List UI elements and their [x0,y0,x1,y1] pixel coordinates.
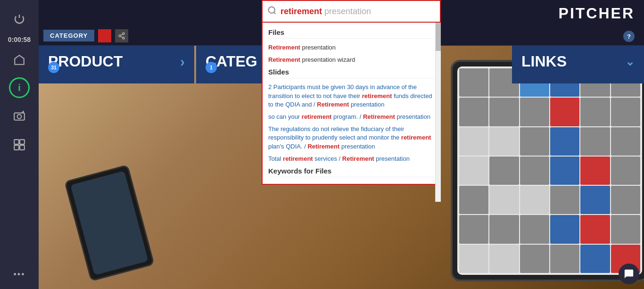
svg-line-11 [121,34,123,35]
svg-line-13 [274,12,276,14]
links-card-header: LINKS ⌄ [512,46,644,79]
camera-button[interactable] [8,104,31,127]
app-logo: PITCHER [559,5,635,22]
search-results: Files Retirement presentation Retirement… [262,23,441,185]
search-result-item[interactable]: Retirement presentation wizard [268,54,434,66]
search-icon [267,6,277,17]
search-scrollbar[interactable] [435,23,441,202]
search-normal: presentation [322,7,371,16]
svg-point-2 [17,115,22,119]
search-overlay: retirement presentation Files Retirement… [262,0,441,185]
search-box[interactable]: retirement presentation [262,0,441,23]
screens-button[interactable] [8,133,31,157]
help-button[interactable]: ? [623,31,635,42]
svg-point-7 [123,33,124,34]
svg-point-12 [269,7,275,13]
links-card-title[interactable]: LINKS ⌄ [512,46,644,75]
svg-point-9 [123,37,124,39]
search-result-item[interactable]: Retirement presentation [268,41,434,54]
scrollbar-thumb[interactable] [436,23,441,51]
red-square-button[interactable] [98,29,111,42]
timer-display: 0:00:58 [8,36,31,43]
product-card-title[interactable]: PRODUCT › [39,46,194,75]
category-badge: 1 [206,62,217,73]
svg-rect-6 [20,145,25,150]
search-highlight: retirement [281,7,322,16]
search-input[interactable]: retirement presentation [281,7,435,17]
section-keywords-title: Keywords for Files [268,167,434,177]
svg-point-8 [119,35,121,37]
more-options[interactable]: ••• [14,270,25,280]
svg-rect-4 [20,140,25,144]
share-button[interactable] [115,29,128,42]
section-slides-title: Slides [268,68,434,78]
power-button[interactable] [8,8,31,31]
product-arrow: › [180,54,185,70]
sidebar: 0:00:58 i ••• [0,0,39,289]
info-button[interactable]: i [9,77,30,98]
product-card-header: PRODUCT › 31 [39,46,194,79]
svg-line-10 [121,36,123,38]
search-result-item[interactable]: The regulations do not relieve the fiduc… [268,123,434,153]
category-label: CATEGORY [43,30,94,41]
chat-button[interactable] [619,264,639,284]
links-chevron: ⌄ [625,55,635,68]
product-badge: 31 [48,62,59,73]
search-result-item[interactable]: 2 Participants must be given 30 days in … [268,81,434,111]
search-result-item[interactable]: so can your retirement program. / Retire… [268,111,434,123]
section-files-title: Files [268,28,434,39]
search-result-item[interactable]: Total retirement services / Retirement p… [268,153,434,165]
svg-rect-5 [14,145,19,150]
svg-rect-3 [14,140,19,144]
home-button[interactable] [8,48,31,72]
svg-marker-1 [21,111,24,113]
